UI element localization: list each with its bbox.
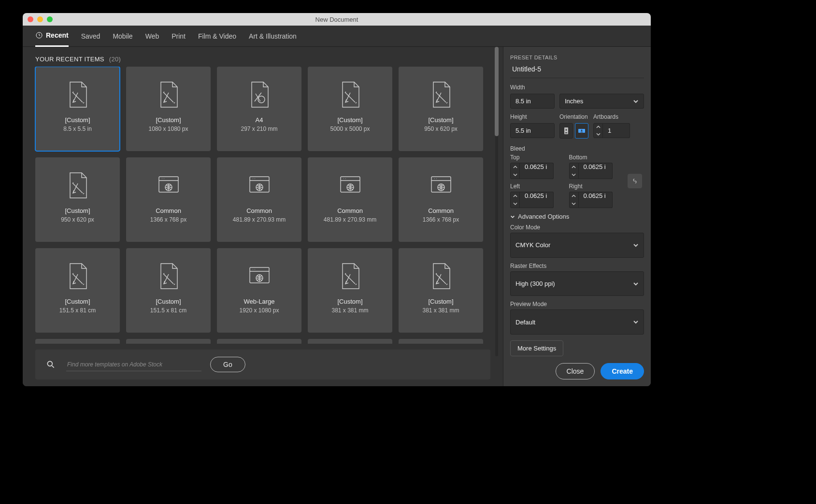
bleed-right-input[interactable]: 0.0625 i (579, 192, 613, 208)
bleed-left-input[interactable]: 0.0625 i (520, 192, 554, 208)
raster-select[interactable]: High (300 ppi) (510, 271, 644, 296)
web-common-icon (156, 170, 181, 200)
preset-card[interactable]: Common1366 x 768 px (126, 157, 211, 242)
preset-card-name: [Custom] (337, 298, 362, 305)
preview-value: Default (515, 319, 535, 326)
recent-heading: YOUR RECENT ITEMS (20) (23, 47, 503, 67)
bleed-right-label: Right (569, 183, 623, 190)
category-tabs: Recent Saved Mobile Web Print Film & Vid… (23, 26, 651, 47)
landscape-icon (578, 127, 586, 135)
preset-card[interactable]: [Custom]151.5 x 81 cm (35, 248, 120, 333)
svg-point-4 (47, 361, 52, 366)
advanced-options-toggle[interactable]: Advanced Options (510, 213, 644, 220)
width-input[interactable]: 8.5 in (510, 94, 555, 109)
preset-card[interactable]: Common481.89 x 270.93 mm (308, 157, 392, 242)
preset-card-peek[interactable] (35, 339, 120, 344)
tab-label: Print (172, 32, 186, 40)
orientation-portrait[interactable] (559, 123, 573, 139)
doc-custom-icon (65, 261, 90, 291)
bleed-bottom-input[interactable]: 0.0625 i (579, 163, 613, 179)
bleed-label: Bleed (510, 145, 644, 152)
artboards-label: Artboards (593, 113, 644, 120)
tab-recent[interactable]: Recent (35, 26, 69, 47)
more-settings-button[interactable]: More Settings (510, 340, 563, 356)
chevron-down-icon (633, 242, 639, 248)
chevron-down-icon (633, 98, 639, 104)
preset-card-dim: 950 x 620 px (424, 126, 458, 132)
portrait-icon (562, 127, 570, 135)
preset-card[interactable]: [Custom]5000 x 5000 px (308, 67, 392, 151)
preset-card-dim: 381 x 381 mm (331, 307, 368, 314)
scrollbar[interactable] (494, 47, 499, 356)
preset-card-dim: 481.89 x 270.93 mm (233, 216, 286, 223)
web-common-icon (429, 170, 454, 200)
color-mode-select[interactable]: CMYK Color (510, 233, 644, 258)
stepper-down-icon[interactable] (594, 131, 602, 138)
bleed-right-stepper[interactable] (569, 192, 579, 208)
bleed-top-stepper[interactable] (510, 163, 520, 179)
recent-heading-text: YOUR RECENT ITEMS (35, 56, 104, 63)
units-select[interactable]: Inches (559, 94, 644, 109)
tab-art-illustration[interactable]: Art & Illustration (249, 26, 297, 47)
preset-card-dim: 151.5 x 81 cm (59, 307, 96, 314)
doc-custom-icon (65, 170, 90, 200)
tab-print[interactable]: Print (172, 26, 186, 47)
preset-card-dim: 297 x 210 mm (241, 126, 277, 132)
search-input[interactable] (66, 358, 201, 371)
orientation-label: Orientation (559, 113, 588, 120)
web-common-icon (247, 170, 272, 200)
new-document-window: New Document Recent Saved Mobile Web Pri… (23, 13, 651, 386)
preset-card[interactable]: Common1366 x 768 px (399, 157, 483, 242)
preset-card-peek[interactable] (399, 339, 483, 344)
search-icon (46, 360, 56, 369)
preset-card-name: [Custom] (156, 116, 181, 124)
tab-web[interactable]: Web (145, 26, 159, 47)
close-button[interactable]: Close (556, 363, 595, 379)
preset-card[interactable]: [Custom]381 x 381 mm (399, 248, 483, 333)
artboards-input[interactable]: 1 (603, 123, 630, 138)
preset-card-peek[interactable] (126, 339, 211, 344)
preset-card[interactable]: [Custom]381 x 381 mm (308, 248, 392, 333)
preset-card-peek[interactable] (217, 339, 301, 344)
preview-select[interactable]: Default (510, 309, 644, 335)
create-button[interactable]: Create (601, 363, 644, 379)
tab-film-video[interactable]: Film & Video (198, 26, 236, 47)
web-common-icon (338, 170, 363, 200)
preset-card[interactable]: [Custom]950 x 620 px (399, 67, 483, 151)
preset-card-dim: 481.89 x 270.93 mm (324, 216, 376, 223)
preset-card-peek[interactable] (308, 339, 392, 344)
doc-custom-icon (156, 80, 181, 110)
preset-card[interactable]: [Custom]8.5 x 5.5 in (35, 67, 120, 151)
tab-mobile[interactable]: Mobile (113, 26, 132, 47)
preset-card[interactable]: Web-Large1920 x 1080 px (217, 248, 301, 333)
bleed-top-input[interactable]: 0.0625 i (520, 163, 554, 179)
tab-saved[interactable]: Saved (81, 26, 100, 47)
preset-card-name: [Custom] (428, 116, 453, 124)
tab-recent-label: Recent (46, 31, 69, 39)
doc-custom-icon (338, 80, 363, 110)
scrollbar-thumb[interactable] (495, 47, 499, 136)
preset-card[interactable]: [Custom]151.5 x 81 cm (126, 248, 211, 333)
go-button[interactable]: Go (210, 357, 245, 372)
bleed-left-stepper[interactable] (510, 192, 520, 208)
preset-card[interactable]: [Custom]1080 x 1080 px (126, 67, 211, 151)
bleed-bottom-stepper[interactable] (569, 163, 579, 179)
recent-count: (20) (109, 56, 121, 63)
link-bleed-button[interactable] (628, 174, 642, 188)
tab-label: Film & Video (198, 32, 236, 40)
color-mode-label: Color Mode (510, 224, 644, 231)
preset-details-heading: PRESET DETAILS (510, 55, 644, 60)
titlebar: New Document (23, 13, 651, 26)
artboards-stepper[interactable] (593, 123, 603, 138)
preset-name-field[interactable]: Untitled-5 (510, 65, 644, 78)
preset-card-dim: 1920 x 1080 px (239, 307, 279, 314)
preset-card-dim: 1366 x 768 px (150, 216, 186, 223)
orientation-landscape[interactable] (575, 123, 588, 139)
clock-icon (35, 31, 43, 39)
preset-card[interactable]: A4297 x 210 mm (217, 67, 301, 151)
preset-card[interactable]: [Custom]950 x 620 px (35, 157, 120, 242)
height-input[interactable]: 5.5 in (510, 123, 555, 138)
tab-label: Web (145, 32, 159, 40)
stepper-up-icon[interactable] (594, 124, 602, 131)
preset-card[interactable]: Common481.89 x 270.93 mm (217, 157, 301, 242)
